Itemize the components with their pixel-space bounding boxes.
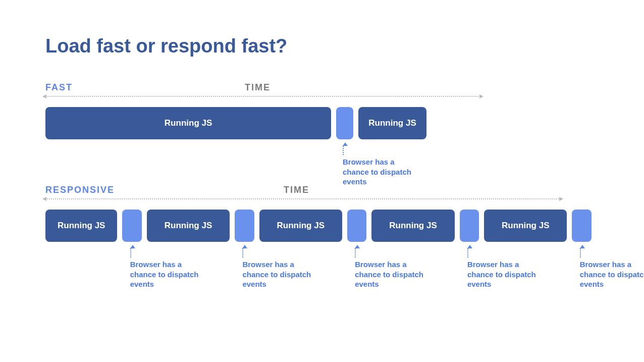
timeline-responsive-blocks: Running JSBrowser has a chance to dispat… (45, 210, 599, 242)
running-js-block: Running JS (358, 107, 426, 139)
annotation-text: Browser has a chance to dispatch events (580, 260, 644, 289)
page-title: Load fast or respond fast? (45, 35, 599, 57)
annotation-pointer: Browser has a chance to dispatch events (580, 242, 644, 289)
time-label: TIME (245, 82, 271, 93)
browser-gap-block: Browser has a chance to dispatch events (460, 210, 479, 242)
annotation-text: Browser has a chance to dispatch events (467, 260, 538, 289)
annotation-pointer: Browser has a chance to dispatch events (467, 242, 538, 289)
fast-label: FAST (45, 82, 73, 93)
annotation-pointer: Browser has a chance to dispatch events (343, 139, 413, 187)
running-js-block: Running JS (484, 210, 567, 242)
responsive-label: RESPONSIVE (45, 185, 115, 195)
running-js-block: Running JS (259, 210, 342, 242)
running-js-block: Running JS (45, 210, 117, 242)
timeline-axis (45, 198, 560, 199)
time-label: TIME (284, 185, 309, 195)
annotation-text: Browser has a chance to dispatch events (130, 260, 201, 289)
browser-gap-block: Browser has a chance to dispatch events (235, 210, 254, 242)
running-js-block: Running JS (147, 210, 230, 242)
timeline-axis (45, 96, 480, 97)
running-js-block: Running JS (45, 107, 331, 139)
timeline-responsive: RESPONSIVE TIME Running JSBrowser has a … (45, 185, 599, 242)
annotation-pointer: Browser has a chance to dispatch events (242, 242, 313, 289)
browser-gap-block: Browser has a chance to dispatch events (122, 210, 141, 242)
annotation-pointer: Browser has a chance to dispatch events (130, 242, 201, 289)
timeline-fast: FAST TIME Running JSBrowser has a chance… (45, 82, 599, 139)
timeline-fast-header: FAST TIME (45, 82, 599, 93)
browser-gap-block: Browser has a chance to dispatch events (336, 107, 353, 139)
annotation-pointer: Browser has a chance to dispatch events (355, 242, 425, 289)
annotation-text: Browser has a chance to dispatch events (242, 260, 313, 289)
browser-gap-block: Browser has a chance to dispatch events (572, 210, 591, 242)
annotation-text: Browser has a chance to dispatch events (343, 157, 413, 187)
annotation-text: Browser has a chance to dispatch events (355, 260, 425, 289)
running-js-block: Running JS (371, 210, 454, 242)
browser-gap-block: Browser has a chance to dispatch events (347, 210, 366, 242)
timeline-fast-blocks: Running JSBrowser has a chance to dispat… (45, 107, 472, 139)
timeline-responsive-header: RESPONSIVE TIME (45, 185, 599, 195)
